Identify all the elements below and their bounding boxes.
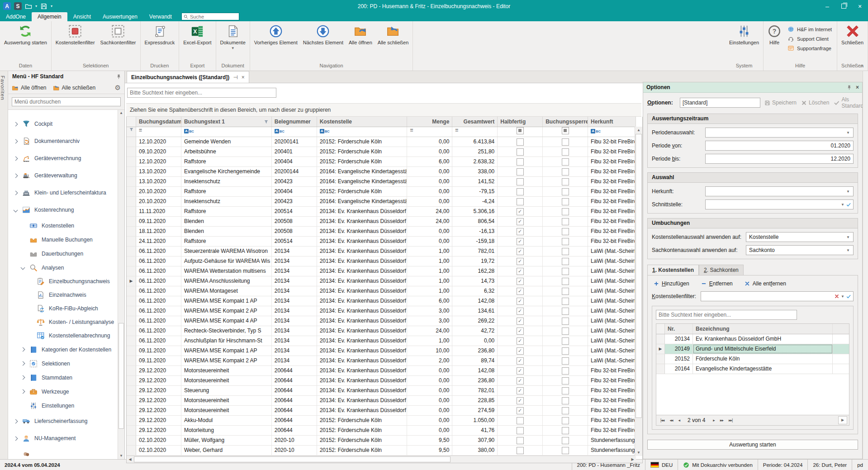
checkbox-icon[interactable] xyxy=(562,208,569,215)
table-row[interactable]: 20.10.2020Raffstore20040420152: Fördersc… xyxy=(127,187,636,197)
kostenstelle-row-20134[interactable]: 20134Ev. Krankenhaus Düsseldorf GmbH xyxy=(656,334,849,344)
app-logo-a-icon[interactable]: A xyxy=(3,2,11,10)
apply-filter-icon[interactable] xyxy=(846,294,851,299)
sidebar-item-lieferscheinerfassung[interactable]: Lieferscheinerfassung xyxy=(8,413,124,430)
table-row[interactable]: 13.10.2020Evangelische Kirchengemeinde20… xyxy=(127,167,636,177)
checkbox-icon[interactable] xyxy=(562,347,569,355)
checkbox-checked-icon[interactable]: ✓ xyxy=(517,397,524,404)
table-row[interactable]: 06.11.2020WAREMA MSE Kompakt 1 AP2013420… xyxy=(127,296,636,306)
sidebar-item-nu-management[interactable]: NU-Management xyxy=(8,430,124,447)
scroll-down-icon[interactable]: ▼ xyxy=(118,453,124,459)
field-schnittstelle[interactable]: ▼ xyxy=(705,199,854,209)
table-row[interactable]: 09.10.2020Arbeitsbühne20040120152: Förde… xyxy=(127,147,636,157)
column-header-gesamtwert[interactable]: Gesamtwert xyxy=(452,117,498,127)
chevron-right-icon[interactable] xyxy=(21,375,25,380)
menu-tab-ansicht[interactable]: Ansicht xyxy=(67,12,97,21)
menu-search-input[interactable] xyxy=(12,97,121,106)
scroll-up-icon[interactable]: ▲ xyxy=(118,110,124,116)
column-filter-icon[interactable] xyxy=(264,119,269,124)
open-all-button[interactable]: Alle öffnen xyxy=(12,85,47,91)
table-row[interactable]: 06.11.2020WAREMA Montageset2013420134: E… xyxy=(127,286,636,296)
sidebar-item-kategorien-der-kostenstellen[interactable]: Kategorien der Kostenstellen xyxy=(8,342,124,356)
ribbon-button-alle-öffnen[interactable]: Alle öffnen xyxy=(346,24,375,46)
close-all-button[interactable]: Alle schließen xyxy=(53,85,96,91)
filter-cell-herkunft[interactable]: ABC xyxy=(588,127,636,137)
list-action-alle-entfernen[interactable]: Alle entfernen xyxy=(745,280,786,287)
checkbox-icon[interactable] xyxy=(562,427,569,434)
close-button[interactable]: × xyxy=(852,0,868,12)
checkbox-checked-icon[interactable]: ✓ xyxy=(517,308,524,315)
table-row[interactable]: 09.11.2020Blenden20050820134: Ev. Kranke… xyxy=(127,217,636,227)
filter-cell-gesamtwert[interactable]: = xyxy=(452,127,498,137)
sidebar-gear-icon[interactable]: ⚙ xyxy=(115,84,121,92)
checkbox-checked-icon[interactable]: ✓ xyxy=(517,347,524,355)
sidebar-item-kostenstellen[interactable]: Kostenstellen xyxy=(8,218,124,233)
checkbox-checked-icon[interactable]: ✓ xyxy=(517,377,524,385)
checkbox-checked-icon[interactable]: ✓ xyxy=(517,268,524,275)
checkbox-icon[interactable] xyxy=(517,178,524,185)
ribbon-button-vorheriges-element[interactable]: Vorheriges Element xyxy=(251,24,300,46)
ribbon-button-dokumente[interactable]: Dokumente▼ xyxy=(218,24,248,51)
scroll-thumb[interactable] xyxy=(119,323,124,429)
checkbox-icon[interactable] xyxy=(517,437,524,444)
kostenstelle-row-20164[interactable]: 20164Evangelische Kindertagesstätte xyxy=(656,364,849,374)
ribbon-button-auswertung-starten[interactable]: Auswertung starten xyxy=(1,24,50,46)
next-page-button[interactable]: ▸ xyxy=(711,418,717,423)
checkbox-icon[interactable] xyxy=(562,397,569,404)
kostenstellenfilter-input[interactable]: ▼ xyxy=(701,291,854,301)
table-row[interactable]: 02.10.2020Weber, Gerhard2020-1020152: Fö… xyxy=(127,446,636,456)
ribbon-button-sachkontenfilter[interactable]: Sachkontenfilter xyxy=(98,24,139,46)
checkbox-icon[interactable] xyxy=(517,198,524,205)
dropdown-icon[interactable]: ▼ xyxy=(840,203,846,207)
scroll-down-icon[interactable]: ▼ xyxy=(635,449,642,456)
sidebar-item-geräteverwaltung[interactable]: Geräteverwaltung xyxy=(8,167,124,184)
table-row[interactable]: 29.12.2020Motorsteuereinheit20064420134:… xyxy=(127,406,636,416)
field-periode-bis[interactable]: 12.2020 xyxy=(705,154,854,164)
column-header-buchungssperre[interactable]: Buchungssperre xyxy=(543,117,588,127)
ribbon-collapse-icon[interactable]: ^ xyxy=(860,64,863,70)
chevron-right-icon[interactable] xyxy=(21,347,25,352)
checkbox-icon[interactable] xyxy=(562,298,569,305)
table-row[interactable]: 29.12.2020Motorsteuereinheit20064420134:… xyxy=(127,396,636,406)
field-kostenstellenauswahl-anwenden-auf[interactable]: Kostenstelle▼ xyxy=(746,232,854,242)
ribbon-button-support-client[interactable]: Support Client xyxy=(787,35,832,42)
checkbox-icon[interactable] xyxy=(562,308,569,315)
list-action-entfernen[interactable]: Entfernen xyxy=(701,280,733,287)
checkbox-checked-icon[interactable]: ✓ xyxy=(517,318,524,325)
chevron-right-icon[interactable] xyxy=(14,190,18,195)
checkbox-checked-icon[interactable]: ✓ xyxy=(517,337,524,345)
sidebar-scrollbar[interactable]: ▲ ▼ xyxy=(118,110,124,459)
table-search-input[interactable] xyxy=(127,88,276,98)
checkbox-icon[interactable] xyxy=(562,357,569,365)
filter-cell-buchungstext-1[interactable]: ABC xyxy=(181,127,272,137)
sidebar-item-dauerbuchungen[interactable]: Dauerbuchungen xyxy=(8,247,124,261)
checkbox-icon[interactable] xyxy=(517,168,524,176)
list-action-hinzufügen[interactable]: Hinzufügen xyxy=(654,280,689,287)
checkbox-icon[interactable] xyxy=(562,318,569,325)
menu-tab-addone[interactable]: AddOne xyxy=(0,12,32,21)
table-row[interactable]: 09.11.2020WAREMA MSE Kompakt 2 AP2013420… xyxy=(127,356,636,366)
checkbox-icon[interactable] xyxy=(562,178,569,185)
checkbox-icon[interactable] xyxy=(562,218,569,225)
checkbox-icon[interactable] xyxy=(517,148,524,156)
prev-fast-button[interactable]: ◂◂ xyxy=(667,418,675,423)
checkbox-icon[interactable] xyxy=(517,427,524,434)
table-row[interactable]: ▶06.11.2020WAREMA Anschlussleitung201342… xyxy=(127,276,636,286)
ribbon-button-hilfe[interactable]: ?Hilfe xyxy=(765,24,784,46)
ribbon-button-expressdruck[interactable]: Expressdruck xyxy=(142,24,178,46)
table-row[interactable]: 13.10.2020Insektenschutz20042320164: Eva… xyxy=(127,177,636,187)
checkbox-icon[interactable] xyxy=(562,328,569,335)
table-row[interactable]: 20.10.2020Insektenschutz20042320164: Eva… xyxy=(127,197,636,207)
open-folder-icon[interactable] xyxy=(25,3,32,10)
checkbox-icon[interactable] xyxy=(562,387,569,394)
filter-cell-belegnummer[interactable]: ABC xyxy=(272,127,317,137)
checkbox-icon[interactable] xyxy=(517,138,524,146)
field-herkunft[interactable]: ▼ xyxy=(705,186,854,196)
checkbox-icon[interactable] xyxy=(562,168,569,176)
checkbox-checked-icon[interactable]: ✓ xyxy=(517,288,524,295)
tab-unpin-icon[interactable]: ⊣ xyxy=(233,74,237,81)
checkbox-checked-icon[interactable]: ✓ xyxy=(517,238,524,245)
checkbox-icon[interactable] xyxy=(517,417,524,424)
column-header-halbfertig[interactable]: Halbfertig xyxy=(498,117,543,127)
checkbox-icon[interactable] xyxy=(517,188,524,195)
